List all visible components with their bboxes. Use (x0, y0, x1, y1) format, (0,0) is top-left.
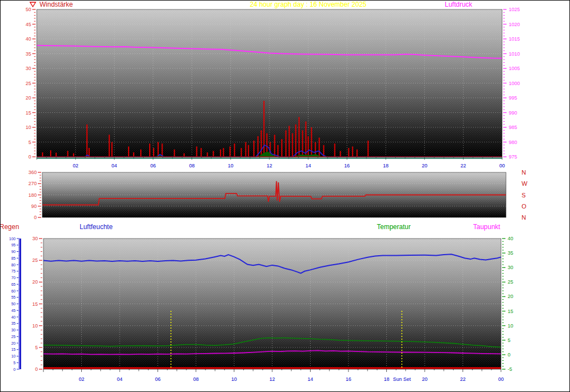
humidity-tick-label: 0 (13, 368, 16, 371)
humidity-tick-label: 60 (11, 289, 16, 293)
time-label: 20 (422, 376, 428, 382)
humidity-tick-label: 5 (13, 361, 16, 365)
wind-tick-label: 40 (26, 36, 31, 42)
degrees-tick-label: 0 (34, 215, 37, 220)
compass-label-O: O (522, 203, 527, 210)
time-label: 08 (189, 163, 195, 168)
pressure-tick-label: 1020 (509, 22, 520, 27)
time-label: 18 (384, 376, 389, 382)
humidity-tick-label: 20 (11, 341, 16, 345)
wind-tick-label: 10 (26, 125, 31, 130)
temperature-tick-label: 5 (508, 338, 510, 343)
humidity-tick-label: 70 (11, 276, 16, 280)
humidity-tick-label: 30 (11, 328, 16, 332)
wind-pressure-panel: 0510152025303540455097598098599099510001… (26, 7, 520, 168)
time-label: 14 (306, 163, 311, 168)
wind-tick-label: 30 (26, 66, 31, 71)
wind-tick-label: 25 (26, 81, 31, 86)
time-label: 14 (307, 376, 313, 382)
time-label: 12 (267, 163, 272, 168)
time-label: 00 (498, 376, 504, 382)
time-label: 00 (499, 163, 505, 168)
wind-tick-label: 20 (26, 95, 31, 101)
temperature-tick-label: 30 (508, 265, 513, 270)
temperature-tick-label: 25 (508, 279, 513, 285)
time-label: 16 (346, 376, 351, 382)
degrees-tick-label: 90 (31, 204, 37, 209)
humidity-tick-label: 35 (11, 321, 16, 325)
humidity-axis-bar (19, 239, 21, 369)
wind-tick-label: 35 (26, 51, 31, 57)
humidity-tick-label: 65 (11, 282, 16, 286)
pressure-tick-label: 1025 (509, 7, 520, 12)
pressure-tick-label: 1000 (509, 81, 520, 86)
weather-graph-window: Windstärke 24 hour graph day : 16 Novemb… (0, 0, 570, 392)
humidity-tick-label: 15 (11, 348, 16, 351)
time-label: 08 (193, 376, 199, 382)
wind-tick-label: 50 (26, 7, 31, 12)
pressure-tick-label: 975 (509, 154, 517, 160)
humidity-tick-label: 50 (11, 302, 16, 306)
time-label: 10 (228, 163, 233, 168)
humidity-tick-label: 10 (11, 354, 16, 358)
time-label: 22 (460, 163, 466, 168)
humidity-tick-label: 75 (11, 269, 16, 273)
rain-tick-label: 30 (32, 236, 38, 241)
rain-tick-label: 10 (32, 323, 38, 329)
humidity-tick-label: 100 (9, 237, 16, 241)
humidity-tick-label: 40 (11, 315, 16, 319)
time-label: 02 (78, 376, 84, 382)
time-label: 10 (231, 376, 237, 382)
temperature-tick-label: 0 (508, 352, 510, 358)
charts-canvas: 0510152025303540455097598098599099510001… (1, 1, 569, 391)
temperature-tick-label: 10 (508, 323, 513, 329)
pressure-tick-label: 1010 (509, 51, 520, 57)
rain-tick-label: 0 (35, 366, 38, 372)
rain-tick-label: 20 (32, 279, 38, 285)
time-label: 20 (422, 163, 428, 168)
compass-label-S: S (522, 192, 525, 199)
wind-tick-label: 15 (26, 110, 31, 116)
degrees-tick-label: 360 (28, 170, 37, 175)
humidity-tick-label: 55 (11, 295, 16, 299)
sun-set-label: Sun Set (393, 376, 411, 382)
humidity-tick-label: 85 (11, 256, 16, 260)
pressure-tick-label: 1015 (509, 36, 520, 42)
time-label: 16 (344, 163, 350, 168)
wind-tick-label: 5 (28, 140, 31, 145)
time-label: 12 (269, 376, 275, 382)
time-label: 04 (117, 376, 122, 382)
degrees-tick-label: 180 (28, 192, 37, 198)
time-label: 06 (155, 376, 160, 382)
compass-label-W: W (522, 180, 528, 187)
humidity-tick-label: 80 (11, 263, 16, 267)
time-label: 02 (73, 163, 78, 168)
temperature-tick-label: -5 (508, 366, 512, 372)
time-label: 18 (383, 163, 389, 168)
time-label: 06 (150, 163, 156, 168)
rain-tick-label: 5 (35, 345, 38, 350)
wind-direction-panel: 090180270360NWSON (28, 169, 528, 221)
rain-tick-label: 25 (32, 257, 38, 263)
pressure-tick-label: 980 (509, 140, 517, 145)
pressure-tick-label: 1005 (509, 66, 520, 71)
pressure-tick-label: 995 (509, 95, 517, 101)
temperature-tick-label: 15 (508, 309, 513, 314)
pressure-tick-label: 990 (509, 110, 517, 116)
compass-label-N: N (522, 169, 526, 176)
degrees-tick-label: 270 (28, 181, 37, 186)
pressure-tick-label: 985 (509, 125, 517, 130)
temperature-tick-label: 35 (508, 250, 513, 256)
humidity-tick-label: 90 (11, 250, 16, 254)
axis-cursor-marker-icon (30, 2, 36, 7)
temperature-tick-label: 40 (508, 236, 513, 241)
humidity-tick-label: 25 (11, 335, 16, 339)
time-label: 04 (111, 163, 117, 168)
humidity-tick-label: 95 (11, 243, 16, 247)
humidity-tick-label: 45 (11, 309, 16, 312)
wind-tick-label: 0 (28, 154, 31, 160)
compass-label-N: N (522, 214, 526, 221)
rain-tick-label: 15 (32, 301, 38, 307)
temperature-tick-label: 20 (508, 294, 513, 299)
humidity-temp-plot-texture (43, 239, 501, 369)
